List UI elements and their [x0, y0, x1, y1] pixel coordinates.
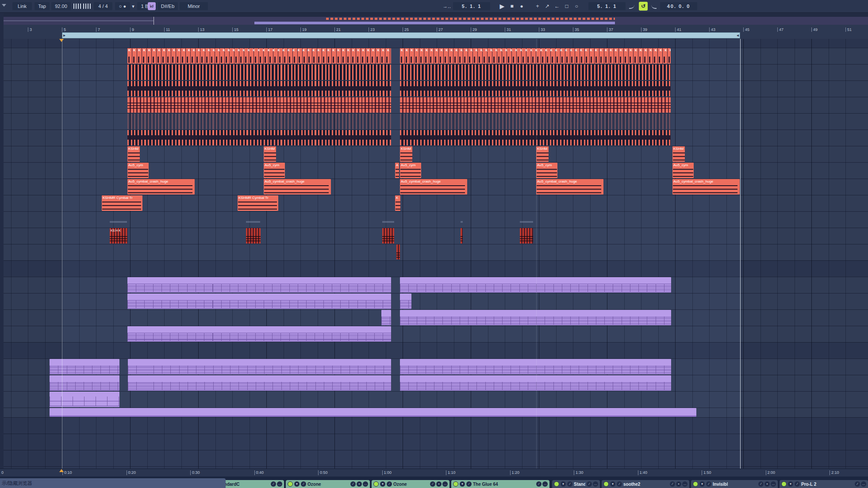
- audio-clip[interactable]: Au5_cym: [264, 163, 285, 178]
- tempo-field[interactable]: 92.00: [51, 2, 71, 10]
- deactivate-icon[interactable]: ∕: [758, 481, 764, 487]
- hot-swap-icon[interactable]: ∕: [567, 481, 572, 487]
- midi-clip[interactable]: [381, 310, 391, 325]
- device-header[interactable]: ▾∕Pro-L 2∕…: [780, 480, 868, 488]
- audio-clip[interactable]: [461, 228, 463, 244]
- audio-clip[interactable]: Au5_cymbal_crash_huge: [536, 179, 603, 194]
- audio-clip[interactable]: Au5_cym: [400, 163, 421, 178]
- midi-clip[interactable]: [50, 375, 119, 391]
- deactivate-icon[interactable]: ∕: [536, 481, 542, 487]
- overview-view-boundary[interactable]: [154, 17, 154, 25]
- arrangement-position-field[interactable]: 5. 1. 1: [453, 2, 490, 10]
- audio-clip[interactable]: Au5_cymbal_crash_huge: [127, 179, 195, 194]
- midi-clip[interactable]: [128, 375, 391, 391]
- device-activator-led[interactable]: [693, 481, 698, 487]
- midi-clip[interactable]: [127, 326, 391, 342]
- audio-clip[interactable]: [400, 130, 671, 145]
- audio-clip[interactable]: [396, 244, 400, 259]
- audio-clip[interactable]: [400, 97, 671, 113]
- audio-clip[interactable]: Au5_cymbal_crash_huge: [672, 179, 740, 194]
- audio-clip[interactable]: KKKKKKKKKKKKKKKKKKKKKKKKKKKKKKKKKKKKKKKK…: [127, 48, 391, 64]
- insert-marker[interactable]: [59, 39, 64, 42]
- audio-clip[interactable]: Au5_cymbal_crash_huge: [400, 179, 467, 194]
- audio-clip[interactable]: KSHM: [400, 146, 412, 162]
- loop-start-handle[interactable]: ▸: [63, 33, 65, 38]
- device-activator-led[interactable]: [781, 481, 787, 487]
- more-options-icon[interactable]: …: [771, 481, 776, 487]
- audio-clip[interactable]: KSHMR Cymbal Tr: [102, 195, 142, 211]
- device-activator-led[interactable]: [453, 481, 458, 487]
- deactivate-icon[interactable]: ∕: [430, 481, 435, 487]
- device-header[interactable]: ▾∕StandardC∕…: [552, 480, 600, 488]
- audio-clip[interactable]: A: [395, 163, 399, 178]
- hot-swap-icon[interactable]: ∕: [617, 481, 622, 487]
- more-options-icon[interactable]: …: [542, 481, 548, 487]
- midi-clip[interactable]: [128, 359, 391, 374]
- audio-clip[interactable]: Au5_cym: [127, 163, 149, 178]
- hot-swap-icon[interactable]: ∕: [301, 481, 306, 487]
- arrangement-area[interactable]: KKKKKKKKKKKKKKKKKKKKKKKKKKKKKKKKKKKKKKKK…: [0, 0, 868, 488]
- fold-device-icon[interactable]: ▾: [610, 481, 615, 487]
- loop-switch[interactable]: ↺: [639, 2, 648, 11]
- audio-clip[interactable]: KSHM: [127, 146, 140, 162]
- lock-icon[interactable]: ▪: [357, 481, 362, 487]
- device-activator-led[interactable]: [373, 481, 379, 487]
- draw-mode-icon[interactable]: ↗: [543, 2, 551, 11]
- deactivate-icon[interactable]: ∕: [271, 481, 276, 487]
- device-header[interactable]: ▾∕Ozone∕▪…: [372, 480, 449, 488]
- loop-end-handle[interactable]: ◂: [737, 33, 739, 38]
- stop-button[interactable]: ■: [508, 2, 516, 11]
- midi-clip[interactable]: [400, 310, 671, 325]
- midi-clip[interactable]: [50, 408, 696, 417]
- minute-time-ruler[interactable]: 00:100:200:300:400:501:001:101:201:301:4…: [0, 469, 868, 477]
- audio-clip[interactable]: KSHMR Cymbal Tr: [238, 195, 278, 211]
- audio-clip[interactable]: [400, 114, 671, 129]
- more-options-icon[interactable]: …: [363, 481, 368, 487]
- hot-swap-icon[interactable]: ∕: [466, 481, 472, 487]
- more-options-icon[interactable]: …: [682, 481, 687, 487]
- lock-icon[interactable]: ▪: [676, 481, 681, 487]
- midi-clip[interactable]: [127, 277, 391, 293]
- tap-tempo-button[interactable]: Tap: [35, 2, 50, 10]
- midi-clip[interactable]: [400, 277, 671, 293]
- punch-in-icon[interactable]: [629, 4, 634, 9]
- midi-clip[interactable]: [127, 294, 391, 309]
- device-header[interactable]: ▾∕Invisibl∕▪…: [691, 480, 778, 488]
- more-options-icon[interactable]: …: [442, 481, 448, 487]
- audio-clip[interactable]: K: [395, 195, 400, 211]
- link-button[interactable]: Link: [12, 2, 32, 10]
- punch-out-icon[interactable]: [651, 4, 657, 9]
- loop-length-field[interactable]: 40. 0. 0: [660, 2, 697, 10]
- audio-clip[interactable]: [400, 65, 671, 80]
- record-button[interactable]: ●: [518, 2, 526, 11]
- audio-clip[interactable]: [400, 81, 671, 96]
- metronome-caret-icon[interactable]: ▾: [131, 2, 135, 10]
- midi-clip[interactable]: [400, 294, 411, 309]
- audio-clip[interactable]: KSHM: [264, 146, 276, 162]
- more-options-icon[interactable]: …: [861, 481, 866, 487]
- hot-swap-icon[interactable]: ∕: [706, 481, 711, 487]
- scale-root-menu[interactable]: D#/Eb: [157, 2, 178, 10]
- audio-clip[interactable]: [127, 130, 391, 145]
- device-header[interactable]: ▾∕Ozone∕▪…: [286, 480, 370, 488]
- midi-clip[interactable]: [400, 375, 671, 391]
- audio-clip[interactable]: [127, 81, 391, 96]
- lock-icon[interactable]: ▪: [436, 481, 442, 487]
- hot-swap-icon[interactable]: ∕: [795, 481, 800, 487]
- audio-clip[interactable]: KSHM: [536, 146, 549, 162]
- hot-swap-icon[interactable]: ∕: [387, 481, 392, 487]
- automation-mode-icon[interactable]: ○: [572, 2, 580, 11]
- more-options-icon[interactable]: …: [593, 481, 598, 487]
- fold-device-icon[interactable]: ▾: [460, 481, 465, 487]
- deactivate-icon[interactable]: ∕: [587, 481, 592, 487]
- audio-clip[interactable]: [127, 114, 391, 129]
- audio-clip[interactable]: [382, 228, 394, 244]
- device-activator-led[interactable]: [603, 481, 609, 487]
- device-header[interactable]: ▾∕soothe2∕▪…: [602, 480, 689, 488]
- device-activator-led[interactable]: [554, 481, 559, 487]
- device-header[interactable]: ▾∕The Glue 64∕…: [451, 480, 549, 488]
- deactivate-icon[interactable]: ∕: [350, 481, 356, 487]
- lock-icon[interactable]: ▪: [764, 481, 770, 487]
- new-button[interactable]: +: [534, 2, 542, 11]
- more-options-icon[interactable]: …: [277, 481, 282, 487]
